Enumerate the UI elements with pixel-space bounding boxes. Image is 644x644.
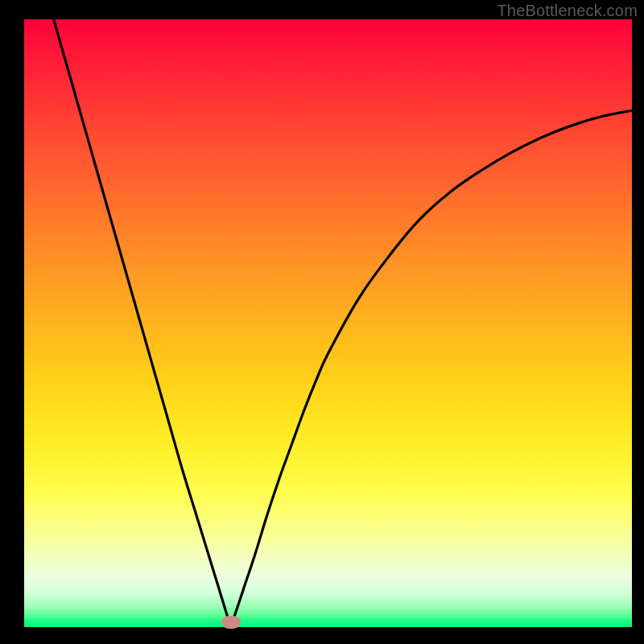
chart-frame bbox=[12, 19, 632, 639]
bottleneck-curve bbox=[24, 19, 632, 627]
minimum-marker bbox=[221, 616, 241, 629]
plot-area bbox=[24, 19, 632, 627]
watermark-text: TheBottleneck.com bbox=[497, 2, 638, 20]
